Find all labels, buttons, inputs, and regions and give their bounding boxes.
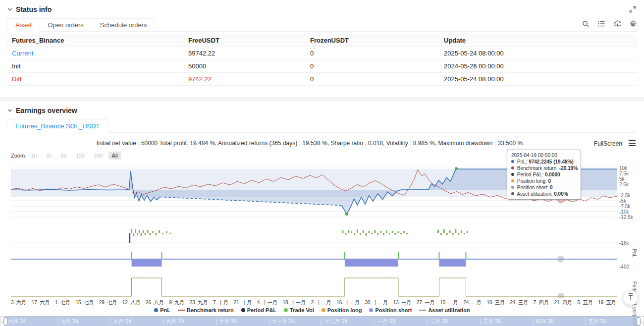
top-button[interactable]: T (623, 290, 638, 305)
legend-item-period-p-l[interactable]: Period P&L (241, 307, 276, 313)
earnings-tabs: Futures_Binance.SOL_USDT (7, 119, 637, 133)
navigator-month-label: 十月 '24 (216, 318, 269, 325)
chevron-down-icon[interactable] (7, 6, 13, 12)
tab-schedule-orders[interactable]: Schedule orders (92, 18, 156, 32)
chart-menu-icon[interactable] (628, 140, 636, 149)
x-axis-label: 13. 一月 (393, 299, 412, 306)
zoom-button-12h[interactable]: 12h (72, 152, 88, 160)
col-header-update: Update (439, 34, 637, 47)
series-bullet-icon (511, 192, 514, 195)
chart-legend: PnLBenchmark returnPeriod P&LTrade VolPo… (0, 307, 624, 313)
table-row-current: Current 59742.22 0 2025-05-24 08:00:00 (7, 47, 637, 60)
expand-icon[interactable] (629, 6, 636, 13)
x-axis-label: 10. 二月 (440, 299, 458, 306)
legend-item-position-short[interactable]: Position short (369, 307, 412, 313)
earnings-chart-region: Initial net value : 50000 Total profit: … (0, 136, 644, 326)
navigator-month-label: 三月 '25 (480, 318, 533, 325)
y-tick-label: -12.5k (619, 215, 633, 220)
row-label-diff: Diff (7, 73, 183, 86)
legend-label: Trade Vol (290, 307, 314, 313)
x-axis-label: 3. 六月 (11, 299, 26, 306)
y-tick-label: -7.5k (619, 204, 630, 209)
list-icon[interactable] (597, 20, 605, 28)
x-axis-label: 12. 八月 (122, 299, 141, 306)
cell-update-diff: 2025-05-24 08:00:00 (439, 73, 637, 86)
cell-free-init: 50000 (183, 60, 305, 73)
series-bullet-icon (511, 179, 514, 182)
tooltip-datetime: 2025-04-19 00:00:00 (511, 153, 577, 158)
navigator-month-label: 五月 '25 (586, 318, 639, 325)
y-tick-label: 5k (619, 176, 625, 182)
zoom-button-all[interactable]: All (108, 152, 121, 160)
chevron-down-icon[interactable] (7, 108, 13, 113)
earnings-overview-panel: Earnings overview Futures_Binance.SOL_US… (0, 101, 644, 326)
x-axis-label: 4. 十一月 (257, 299, 277, 306)
table-header-row: Futures_Binance FreeUSDT FrozenUSDT Upda… (7, 34, 637, 47)
navigator-month-label: 六月 '24 (5, 318, 58, 325)
status-tabs: Asset Open orders Schedule orders (7, 18, 637, 32)
x-axis-label: 17. 六月 (32, 299, 50, 306)
y-tick-label: -2.5k (619, 193, 630, 198)
zoom-button-24h[interactable]: 24h (90, 152, 106, 160)
x-axis-label: 26. 八月 (146, 299, 164, 306)
cell-frozen-init: 0 (305, 60, 439, 73)
navigator-month-label: 二月 '25 (428, 318, 481, 325)
navigator-handle-left[interactable] (3, 318, 7, 326)
x-axis-label: 27. 一月 (417, 299, 435, 306)
search-icon[interactable] (582, 20, 590, 28)
legend-item-position-long[interactable]: Position long (322, 307, 362, 313)
x-axis-label: 18. 十一月 (282, 299, 306, 306)
navigator-month-label: 十一月 '24 (269, 318, 322, 325)
row-label-current[interactable]: Current (7, 47, 183, 60)
legend-marker-icon (419, 310, 426, 311)
legend-item-trade-vol[interactable]: Trade Vol (284, 307, 314, 313)
y-tick-label: -400 (619, 264, 629, 270)
legend-item-benchmark-return[interactable]: Benchmark return (178, 307, 234, 313)
x-axis-labels: 3. 六月17. 六月1. 七月15. 七月29. 七月12. 八月26. 八月… (11, 299, 616, 306)
legend-marker-icon (241, 308, 245, 312)
gear-icon[interactable] (629, 20, 637, 28)
tooltip-row: Asset utilization: 0.00% (511, 191, 577, 197)
fullscreen-button[interactable]: FullScreen (594, 140, 622, 147)
x-axis-label: 21. 四月 (554, 299, 572, 306)
asset-table: Futures_Binance FreeUSDT FrozenUSDT Upda… (7, 34, 637, 86)
earnings-title[interactable]: Earnings overview (16, 107, 77, 114)
table-row-init: Init 50000 0 2024-05-26 00:00:00 (7, 60, 637, 73)
navigator-month-label: 一月 '25 (375, 318, 428, 325)
x-axis-label: 19. 五月 (598, 299, 616, 306)
x-axis-label: 24. 二月 (463, 299, 482, 306)
cell-frozen-current: 0 (305, 47, 439, 60)
cell-free-current: 59742.22 (183, 47, 305, 60)
col-header-free: FreeUSDT (183, 34, 305, 47)
axis-title-pnl: PnL (632, 249, 637, 258)
legend-item-pnl[interactable]: PnL (154, 307, 170, 313)
chart-navigator[interactable]: 六月 '24七月 '24八月 '24九月 '24十月 '24十一月 '24十二月… (5, 316, 639, 326)
navigator-handle-right[interactable] (637, 318, 641, 326)
legend-label: Asset utilization (428, 307, 470, 313)
chart-tooltip: 2025-04-19 00:00:00 PnL: 9742.2245 (19.4… (507, 150, 581, 200)
status-info-title[interactable]: Status info (16, 5, 52, 13)
row-label-init: Init (7, 60, 183, 73)
cloud-download-icon[interactable] (613, 20, 621, 28)
y-tick-label: 7.5k (619, 171, 629, 176)
tooltip-row: Position short: 0 (511, 185, 577, 190)
series-bullet-icon (511, 173, 514, 176)
y-tick-label: 10k (619, 165, 627, 171)
navigator-month-label: 八月 '24 (110, 318, 163, 325)
x-axis-label: 23. 九月 (190, 299, 208, 306)
tab-symbol[interactable]: Futures_Binance.SOL_USDT (7, 119, 108, 133)
table-toolbar (582, 20, 637, 30)
zoom-button-1h[interactable]: 1h (27, 152, 40, 160)
x-axis-label: 1. 七月 (55, 299, 70, 306)
x-axis-label: 24. 三月 (510, 299, 529, 306)
legend-item-asset-utilization[interactable]: Asset utilization (419, 307, 470, 313)
earnings-header: Earnings overview (0, 101, 644, 117)
tab-asset[interactable]: Asset (7, 18, 40, 32)
cell-frozen-diff: 0 (305, 73, 439, 86)
tab-open-orders[interactable]: Open orders (40, 18, 92, 32)
legend-marker-icon (322, 308, 325, 312)
zoom-button-3h[interactable]: 3h (42, 152, 55, 160)
zoom-button-8h[interactable]: 8h (57, 152, 70, 160)
y-tick-label: -16k (619, 240, 629, 246)
tooltip-row: Benchmark return: -20.19% (511, 165, 577, 171)
